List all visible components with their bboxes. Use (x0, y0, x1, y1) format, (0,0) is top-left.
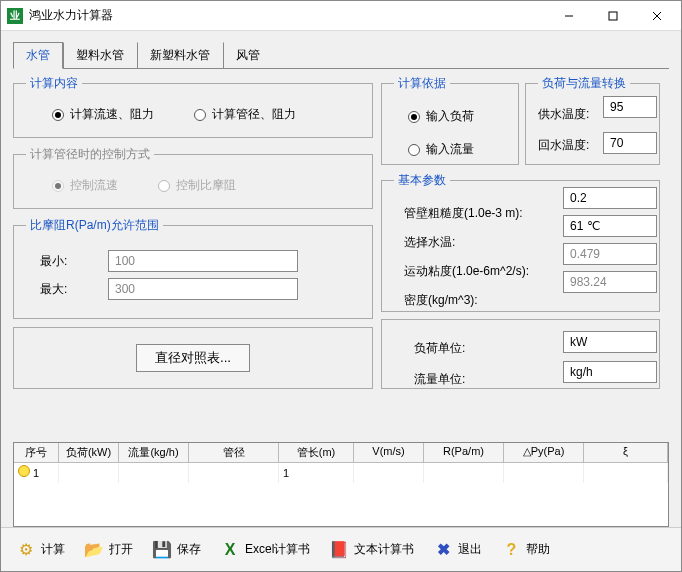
radio-input-flow[interactable]: 输入流量 (408, 141, 506, 158)
radio-input-load[interactable]: 输入负荷 (408, 108, 506, 125)
exit-icon: ✖ (432, 539, 454, 561)
radio-ctrl-friction: 控制比摩阻 (158, 177, 236, 194)
friction-range-legend: 比摩阻R(Pa/m)允许范围 (26, 217, 163, 234)
th-no[interactable]: 序号 (14, 443, 59, 462)
bottom-toolbar: ⚙计算 📂打开 💾保存 XExcel计算书 📕文本计算书 ✖退出 ?帮助 (1, 527, 681, 571)
radio-calc-dia-resist[interactable]: 计算管径、阻力 (194, 106, 296, 123)
diameter-control-legend: 计算管径时的控制方式 (26, 146, 154, 163)
table-row[interactable]: 1 1 (14, 463, 668, 483)
minimize-button[interactable] (547, 2, 591, 30)
tab-bar: 水管 塑料水管 新塑料水管 风管 (13, 41, 669, 69)
tab-water-pipe[interactable]: 水管 (13, 42, 63, 69)
density-input[interactable] (563, 271, 657, 293)
roughness-label: 管壁粗糙度(1.0e-3 m): (404, 206, 523, 220)
friction-range-group: 比摩阻R(Pa/m)允许范围 最小: 最大: (13, 217, 373, 319)
main-body: 水管 塑料水管 新塑料水管 风管 计算内容 计算流速、阻力 计算管径、阻力 计算… (1, 31, 681, 527)
density-label: 密度(kg/m^3): (404, 293, 478, 307)
tab-plastic-pipe[interactable]: 塑料水管 (63, 42, 137, 69)
svg-rect-1 (609, 12, 617, 20)
excel-icon: X (219, 539, 241, 561)
open-button-label: 打开 (109, 541, 133, 558)
kvisc-input[interactable] (563, 243, 657, 265)
supply-temp-input[interactable] (603, 96, 657, 118)
diameter-table-button[interactable]: 直径对照表... (136, 344, 250, 372)
cell-len: 1 (279, 463, 354, 483)
save-button[interactable]: 💾保存 (143, 535, 209, 565)
return-temp-label: 回水温度: (538, 138, 589, 152)
table-header: 序号 负荷(kW) 流量(kg/h) 管径 管长(m) V(m/s) R(Pa/… (14, 443, 668, 463)
radio-calc-flow-resist[interactable]: 计算流速、阻力 (52, 106, 154, 123)
cell-load (59, 463, 119, 483)
results-table[interactable]: 序号 负荷(kW) 流量(kg/h) 管径 管长(m) V(m/s) R(Pa/… (13, 442, 669, 527)
smiley-icon (18, 465, 30, 477)
diameter-control-group: 计算管径时的控制方式 控制流速 控制比摩阻 (13, 146, 373, 209)
th-r[interactable]: R(Pa/m) (424, 443, 504, 462)
diameter-table-group: 直径对照表... (13, 327, 373, 389)
load-unit-label: 负荷单位: (414, 341, 465, 355)
app-window: 业 鸿业水力计算器 水管 塑料水管 新塑料水管 风管 计算内容 计算流速、阻力 … (0, 0, 682, 572)
text-button[interactable]: 📕文本计算书 (320, 535, 422, 565)
kvisc-label: 运动粘度(1.0e-6m^2/s): (404, 264, 529, 278)
gears-icon: ⚙ (15, 539, 37, 561)
excel-button-label: Excel计算书 (245, 541, 310, 558)
cell-flow (119, 463, 189, 483)
friction-min-label: 最小: (40, 253, 84, 270)
help-button[interactable]: ?帮助 (492, 535, 558, 565)
exit-button[interactable]: ✖退出 (424, 535, 490, 565)
help-button-label: 帮助 (526, 541, 550, 558)
calc-content-group: 计算内容 计算流速、阻力 计算管径、阻力 (13, 75, 373, 138)
calc-basis-group: 计算依据 输入负荷 输入流量 (381, 75, 519, 165)
friction-max-input[interactable] (108, 278, 298, 300)
maximize-button[interactable] (591, 2, 635, 30)
th-len[interactable]: 管长(m) (279, 443, 354, 462)
open-button[interactable]: 📂打开 (75, 535, 141, 565)
exit-button-label: 退出 (458, 541, 482, 558)
th-dpy[interactable]: △Py(Pa) (504, 443, 584, 462)
app-icon: 业 (7, 8, 23, 24)
floppy-icon: 💾 (151, 539, 173, 561)
cell-dia (189, 463, 279, 483)
load-unit-input[interactable] (563, 331, 657, 353)
friction-min-input[interactable] (108, 250, 298, 272)
save-button-label: 保存 (177, 541, 201, 558)
tab-air-duct[interactable]: 风管 (223, 42, 273, 69)
supply-temp-label: 供水温度: (538, 107, 589, 121)
cell-no: 1 (14, 463, 59, 483)
load-flow-conv-legend: 负荷与流量转换 (538, 75, 630, 92)
flow-unit-input[interactable] (563, 361, 657, 383)
calc-basis-legend: 计算依据 (394, 75, 450, 92)
close-button[interactable] (635, 2, 679, 30)
calc-content-legend: 计算内容 (26, 75, 82, 92)
radio-ctrl-velocity: 控制流速 (52, 177, 118, 194)
th-xi[interactable]: ξ (584, 443, 668, 462)
help-icon: ? (500, 539, 522, 561)
water-temp-input[interactable] (563, 215, 657, 237)
return-temp-input[interactable] (603, 132, 657, 154)
excel-button[interactable]: XExcel计算书 (211, 535, 318, 565)
radio-ctrl-friction-label: 控制比摩阻 (176, 177, 236, 194)
th-v[interactable]: V(m/s) (354, 443, 424, 462)
th-dia[interactable]: 管径 (189, 443, 279, 462)
content-pane: 计算内容 计算流速、阻力 计算管径、阻力 计算管径时的控制方式 控制流速 控制比… (13, 69, 669, 440)
water-temp-label: 选择水温: (404, 235, 455, 249)
calc-button[interactable]: ⚙计算 (7, 535, 73, 565)
tab-new-plastic-pipe[interactable]: 新塑料水管 (137, 42, 223, 69)
radio-calc-dia-resist-label: 计算管径、阻力 (212, 106, 296, 123)
notebook-icon: 📕 (328, 539, 350, 561)
folder-icon: 📂 (83, 539, 105, 561)
radio-ctrl-velocity-label: 控制流速 (70, 177, 118, 194)
th-flow[interactable]: 流量(kg/h) (119, 443, 189, 462)
friction-max-label: 最大: (40, 281, 84, 298)
radio-input-flow-label: 输入流量 (426, 141, 474, 158)
radio-input-load-label: 输入负荷 (426, 108, 474, 125)
flow-unit-label: 流量单位: (414, 372, 465, 386)
right-column: 计算依据 输入负荷 输入流量 负荷与流量转换 供水温度: 回水温度: 基本参数 … (381, 75, 669, 440)
radio-calc-flow-resist-label: 计算流速、阻力 (70, 106, 154, 123)
basic-params-legend: 基本参数 (394, 172, 450, 189)
left-column: 计算内容 计算流速、阻力 计算管径、阻力 计算管径时的控制方式 控制流速 控制比… (13, 75, 373, 440)
th-load[interactable]: 负荷(kW) (59, 443, 119, 462)
window-title: 鸿业水力计算器 (29, 7, 547, 24)
text-button-label: 文本计算书 (354, 541, 414, 558)
calc-button-label: 计算 (41, 541, 65, 558)
roughness-input[interactable] (563, 187, 657, 209)
